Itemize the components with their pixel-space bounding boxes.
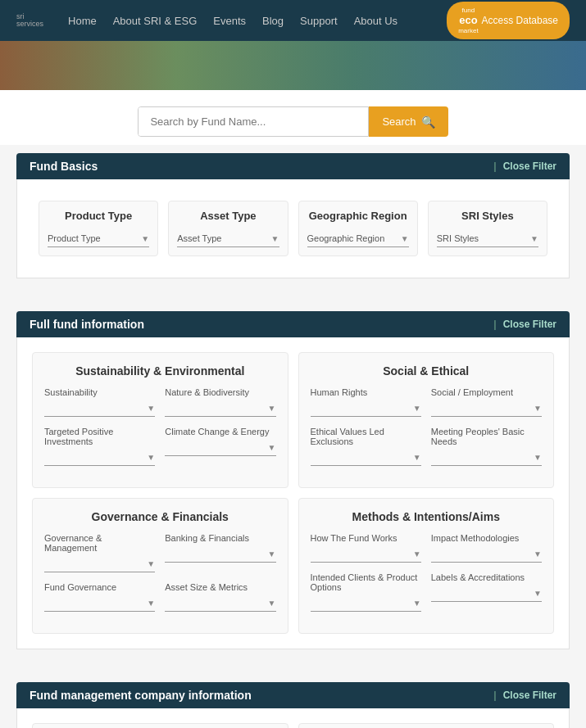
sustainability-select[interactable]: ▼ <box>44 400 155 417</box>
asset-type-title: Asset Type <box>177 210 279 222</box>
fund-management-content: Responsible Ownership: Who? About The Bu… <box>16 708 570 728</box>
ethical-exclusions-chevron: ▼ <box>413 453 421 462</box>
labels-accreditations-select[interactable]: ▼ <box>431 586 542 602</box>
asset-metrics-select[interactable]: ▼ <box>165 595 275 612</box>
search-icon: 🔍 <box>421 115 435 129</box>
geographic-region-chevron: ▼ <box>401 234 409 243</box>
fund-basics-grid: Product Type Product Type ▼ Asset Type A… <box>27 189 559 268</box>
basics-sri-styles: SRI Styles SRI Styles ▼ <box>428 201 547 256</box>
search-button[interactable]: Search 🔍 <box>369 106 447 137</box>
asset-metrics-chevron: ▼ <box>268 599 276 608</box>
fund-governance-chevron: ▼ <box>147 599 155 608</box>
ethical-exclusions-select[interactable]: ▼ <box>311 450 421 466</box>
social-row-2: Ethical Values Led Exclusions ▼ Meeting … <box>311 427 543 466</box>
nav-about-us[interactable]: About Us <box>354 15 397 27</box>
full-fund-content: Sustainability & Environmental Sustainab… <box>16 337 570 649</box>
targeted-investments-select[interactable]: ▼ <box>44 450 155 466</box>
asset-type-chevron: ▼ <box>271 234 279 243</box>
search-input[interactable] <box>139 107 368 136</box>
nav-links: Home About SRI & ESG Events Blog Support… <box>68 15 447 27</box>
how-fund-works-label: How The Fund Works <box>311 533 421 543</box>
labels-accreditations-label: Labels & Accreditations <box>431 572 542 582</box>
full-fund-grid: Sustainability & Environmental Sustainab… <box>27 347 559 639</box>
fund-management-header: Fund management company information Clos… <box>16 682 570 708</box>
nature-biodiversity-label: Nature & Biodiversity <box>165 387 275 397</box>
eco-fund-label: fund <box>462 7 475 15</box>
basics-geographic-region: Geographic Region Geographic Region ▼ <box>298 201 418 256</box>
banking-financials-select[interactable]: ▼ <box>165 546 275 563</box>
fund-management-title: Fund management company information <box>30 689 252 702</box>
social-employment-select[interactable]: ▼ <box>431 400 542 417</box>
climate-energy-label: Climate Change & Energy <box>165 427 275 436</box>
governance-title: Governance & Financials <box>44 510 276 523</box>
sri-styles-dropdown[interactable]: SRI Styles ▼ <box>437 230 538 247</box>
hero-image-bar <box>0 41 586 90</box>
search-section: Search 🔍 <box>0 90 586 145</box>
asset-type-dropdown[interactable]: Asset Type ▼ <box>177 230 279 247</box>
impact-methodologies-chevron: ▼ <box>534 549 542 558</box>
human-rights-select[interactable]: ▼ <box>311 400 421 417</box>
product-type-dropdown[interactable]: Product Type ▼ <box>48 230 149 247</box>
sustainability-row-2: Targeted Positive Investments ▼ Climate … <box>44 427 276 466</box>
sustainability-group: Sustainability & Environmental Sustainab… <box>32 352 288 488</box>
sustainability-chevron: ▼ <box>147 404 155 413</box>
nature-biodiversity-dropdown: Nature & Biodiversity ▼ <box>165 387 275 417</box>
fund-basics-title: Fund Basics <box>30 160 98 173</box>
fund-basics-close[interactable]: Close Filter <box>493 161 556 172</box>
methods-title: Methods & Intentions/Aims <box>311 510 543 523</box>
social-employment-dropdown: Social / Employment ▼ <box>431 387 542 417</box>
full-fund-close[interactable]: Close Filter <box>493 319 556 330</box>
governance-row-1: Governance & Management ▼ Banking & Fina… <box>44 533 276 572</box>
ethical-exclusions-label: Ethical Values Led Exclusions <box>311 427 421 446</box>
basics-asset-type: Asset Type Asset Type ▼ <box>168 201 288 256</box>
nav-events[interactable]: Events <box>213 15 246 27</box>
climate-energy-chevron: ▼ <box>268 443 276 452</box>
governance-management-chevron: ▼ <box>147 559 155 568</box>
nature-biodiversity-chevron: ▼ <box>268 404 276 413</box>
geographic-region-title: Geographic Region <box>307 210 409 222</box>
asset-type-value: Asset Type <box>177 233 221 243</box>
nav-about-sri[interactable]: About SRI & ESG <box>113 15 198 27</box>
full-fund-title: Full fund information <box>30 318 144 331</box>
fund-governance-select[interactable]: ▼ <box>44 595 155 612</box>
responsible-what-group: Responsible Ownership: What & How? Engag… <box>298 723 555 728</box>
eco-access-button[interactable]: fund eco market Access Database <box>447 2 570 40</box>
fund-management-close[interactable]: Close Filter <box>493 690 556 701</box>
impact-methodologies-select[interactable]: ▼ <box>431 546 542 563</box>
fund-management-section: Fund management company information Clos… <box>16 682 570 728</box>
full-fund-header: Full fund information Close Filter <box>16 311 570 337</box>
fund-management-grid: Responsible Ownership: Who? About The Bu… <box>27 718 559 728</box>
banking-financials-label: Banking & Financials <box>165 533 275 543</box>
intended-clients-select[interactable]: ▼ <box>311 595 421 612</box>
governance-management-label: Governance & Management <box>44 533 155 553</box>
labels-accreditations-chevron: ▼ <box>534 589 542 598</box>
basic-needs-select[interactable]: ▼ <box>431 450 542 466</box>
how-fund-works-dropdown: How The Fund Works ▼ <box>311 533 421 563</box>
banking-financials-chevron: ▼ <box>268 549 276 558</box>
methods-row-2: Intended Clients & Product Options ▼ Lab… <box>311 572 543 612</box>
methods-group: Methods & Intentions/Aims How The Fund W… <box>298 498 555 634</box>
social-employment-label: Social / Employment <box>431 387 542 397</box>
fund-basics-content: Product Type Product Type ▼ Asset Type A… <box>16 179 570 278</box>
nav-blog[interactable]: Blog <box>262 15 284 27</box>
nav-home[interactable]: Home <box>68 15 97 27</box>
climate-energy-select[interactable]: ▼ <box>165 440 275 456</box>
climate-energy-dropdown: Climate Change & Energy ▼ <box>165 427 275 466</box>
nature-biodiversity-select[interactable]: ▼ <box>165 400 275 417</box>
asset-metrics-label: Asset Size & Metrics <box>165 582 275 592</box>
targeted-investments-dropdown: Targeted Positive Investments ▼ <box>44 427 155 466</box>
impact-methodologies-dropdown: Impact Methodologies ▼ <box>431 533 542 563</box>
governance-management-select[interactable]: ▼ <box>44 556 155 572</box>
eco-access-text: Access Database <box>482 15 558 26</box>
how-fund-works-select[interactable]: ▼ <box>311 546 421 563</box>
banking-financials-dropdown: Banking & Financials ▼ <box>165 533 275 572</box>
geographic-region-dropdown[interactable]: Geographic Region ▼ <box>307 230 409 247</box>
product-type-chevron: ▼ <box>141 234 149 243</box>
eco-market-label: market <box>458 27 478 35</box>
intended-clients-chevron: ▼ <box>413 599 421 608</box>
sustainability-title: Sustainability & Environmental <box>44 364 276 378</box>
nav-support[interactable]: Support <box>300 15 338 27</box>
sustainability-row-1: Sustainability ▼ Nature & Biodiversity ▼ <box>44 387 276 417</box>
labels-accreditations-dropdown: Labels & Accreditations ▼ <box>431 572 542 612</box>
search-input-wrapper <box>138 106 369 137</box>
